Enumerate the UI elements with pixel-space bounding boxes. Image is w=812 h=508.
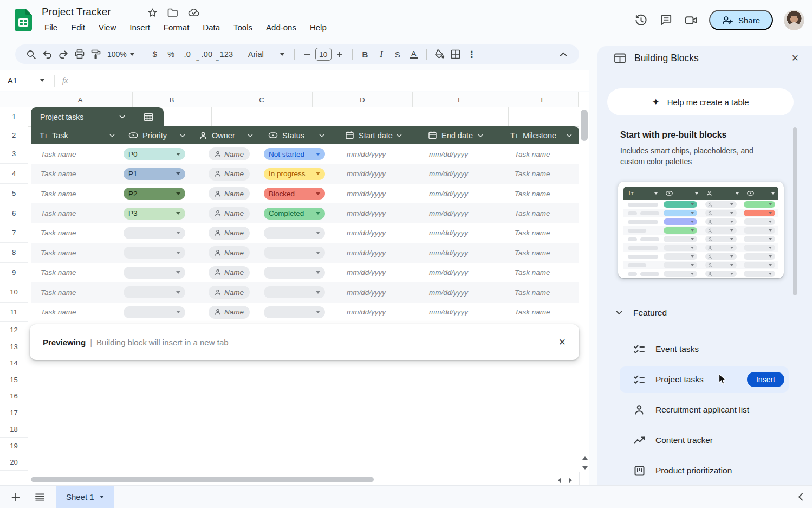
owner-cell[interactable]: Name [192,203,260,223]
move-folder-icon[interactable] [167,8,178,18]
chevron-down-icon[interactable] [119,115,125,119]
vertical-scrollbar[interactable] [581,110,588,141]
paint-format-icon[interactable] [88,47,104,62]
start-date-cell[interactable]: mm/dd/yyyy [332,243,409,262]
status-chip[interactable]: In progress [264,168,325,180]
task-cell[interactable]: Task name [31,184,122,203]
status-cell[interactable] [260,243,332,262]
decrease-font-size-button[interactable] [299,47,315,62]
help-me-create-table-button[interactable]: ✦ Help me create a table [607,88,794,115]
chevron-down-icon[interactable] [319,134,324,137]
column-header-start-date[interactable]: Start date [332,126,409,144]
owner-chip[interactable]: Name [209,147,250,160]
priority-cell[interactable] [122,223,192,243]
text-color-button[interactable]: A [406,47,422,62]
cell-reference-box[interactable]: A1 [0,76,38,85]
chevron-down-icon[interactable] [567,134,572,137]
row-header[interactable]: 10 [0,282,28,302]
owner-cell[interactable]: Name [192,184,260,203]
chevron-down-icon[interactable] [280,53,284,56]
owner-chip[interactable]: Name [209,207,250,220]
row-header[interactable]: 13 [0,338,28,355]
undo-icon[interactable] [39,47,55,62]
italic-button[interactable]: I [373,47,389,62]
sheet-tab[interactable]: Sheet 1 [56,486,114,508]
menu-item[interactable]: View [95,22,120,33]
start-date-cell[interactable]: mm/dd/yyyy [332,203,409,223]
avatar[interactable] [784,10,804,30]
sidebar-item-product-prioritization[interactable]: Product prioritization [620,455,789,486]
start-date-cell[interactable]: mm/dd/yyyy [332,303,409,322]
zoom-control[interactable]: 100% [104,50,138,59]
row-header[interactable]: 12 [0,322,28,339]
status-cell[interactable]: Not started [260,144,332,164]
bold-button[interactable]: B [357,47,373,62]
row-header[interactable]: 14 [0,355,28,372]
table-options-icon[interactable] [133,107,164,126]
chevron-down-icon[interactable] [397,134,402,137]
table-name-tab[interactable]: Project tasks [31,107,164,126]
insert-button[interactable]: Insert [747,372,784,387]
status-cell[interactable]: In progress [260,164,332,183]
start-date-cell[interactable]: mm/dd/yyyy [332,263,409,282]
row-header[interactable]: 2 [0,126,28,144]
status-chip[interactable]: Not started [264,148,325,160]
milestone-cell[interactable]: Task name [490,144,579,164]
percent-format-button[interactable]: % [163,47,179,62]
end-date-cell[interactable]: mm/dd/yyyy [409,282,490,302]
borders-icon[interactable] [447,47,464,62]
row-header[interactable]: 16 [0,388,28,405]
column-header-task[interactable]: TT Task [31,126,122,144]
status-chip[interactable]: Blocked [264,188,325,200]
comments-icon[interactable] [659,13,673,27]
column-header-priority[interactable]: Priority [122,126,192,144]
chevron-down-icon[interactable] [248,134,253,137]
row-header[interactable]: 18 [0,421,28,438]
row-header[interactable]: 20 [0,454,28,471]
scroll-right-icon[interactable] [569,478,572,483]
menu-item[interactable]: Add-ons [262,22,300,33]
collapse-toolbar-icon[interactable] [555,47,571,62]
select-all-corner[interactable] [0,92,28,107]
status-chip[interactable] [264,267,325,279]
chevron-down-icon[interactable] [180,134,185,137]
chevron-down-icon[interactable] [109,134,115,137]
priority-chip[interactable] [124,227,185,239]
priority-cell[interactable] [122,263,192,282]
end-date-cell[interactable]: mm/dd/yyyy [409,184,490,203]
row-header[interactable]: 19 [0,438,28,454]
column-header[interactable]: B [133,92,211,107]
task-cell[interactable]: Task name [31,164,122,183]
status-cell[interactable] [260,303,332,322]
status-chip[interactable] [264,247,325,259]
sheets-logo[interactable] [15,9,32,31]
priority-chip[interactable]: P3 [124,208,185,220]
sidebar-item-event-tasks[interactable]: Event tasks [620,334,789,364]
sidebar-item-content-tracker[interactable]: Content tracker [620,425,789,455]
scroll-up-icon[interactable] [582,456,588,460]
more-formats-button[interactable]: 123 [218,47,235,62]
priority-cell[interactable]: P1 [122,164,192,183]
menu-item[interactable]: Insert [126,22,154,33]
row-header[interactable]: 15 [0,371,28,388]
status-chip[interactable]: Completed [264,208,325,220]
row-header[interactable]: 6 [0,203,28,223]
sidebar-item-project-tasks[interactable]: Project tasks Insert [620,366,789,393]
column-header-owner[interactable]: Owner [192,126,260,144]
start-date-cell[interactable]: mm/dd/yyyy [332,144,409,164]
menu-item[interactable]: Edit [67,22,89,33]
status-cell[interactable] [260,223,332,243]
video-call-icon[interactable] [684,13,698,27]
collapse-sidebar-icon[interactable] [798,493,803,501]
redo-icon[interactable] [55,47,72,62]
priority-chip[interactable]: P0 [124,148,185,160]
sidebar-scrollbar[interactable] [793,127,797,295]
owner-chip[interactable]: Name [209,187,250,200]
all-sheets-icon[interactable] [31,489,48,505]
document-title[interactable]: Project Tracker [42,6,111,18]
task-cell[interactable]: Task name [31,144,122,164]
milestone-cell[interactable]: Task name [490,303,579,322]
owner-cell[interactable]: Name [192,243,260,262]
status-cell[interactable] [260,263,332,282]
priority-chip[interactable] [124,247,185,259]
